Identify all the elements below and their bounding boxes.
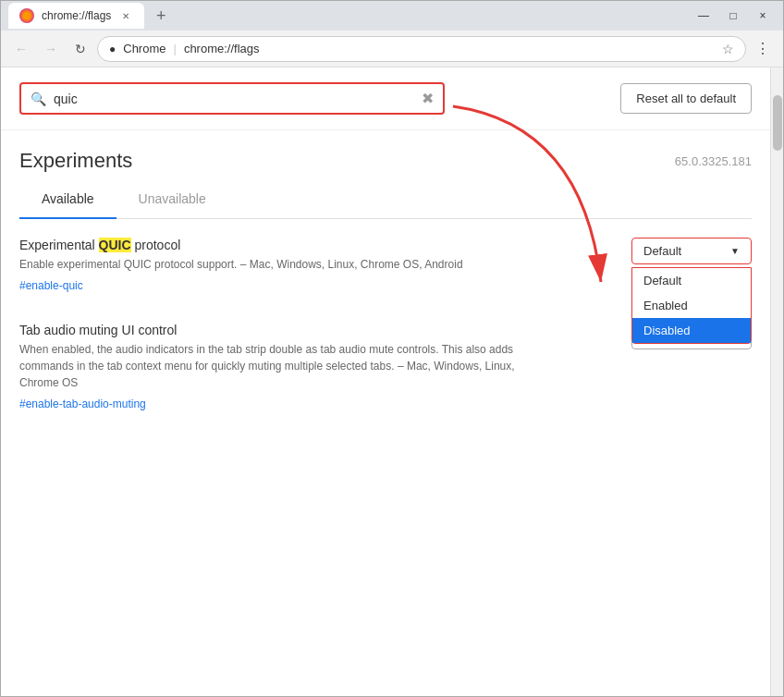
dropdown-arrow-icon: ▼ [730, 246, 740, 256]
active-tab[interactable]: chrome://flags ✕ [8, 3, 144, 29]
flag-quic-title-prefix: Experimental [19, 238, 99, 252]
back-button[interactable]: ← [8, 36, 34, 62]
flag-quic-dropdown[interactable]: Default ▼ [631, 238, 752, 264]
flag-tab-audio-title: Tab audio muting UI control [19, 323, 537, 337]
scrollbar-thumb[interactable] [773, 95, 782, 151]
flag-quic-title-suffix: protocol [131, 238, 181, 252]
address-brand: Chrome [123, 42, 165, 55]
dropdown-option-disabled[interactable]: Disabled [632, 318, 751, 343]
new-tab-button[interactable]: + [148, 3, 174, 29]
search-input[interactable]: quic [54, 92, 414, 106]
flag-tab-audio-info: Tab audio muting UI control When enabled… [19, 323, 537, 411]
close-button[interactable]: × [750, 6, 776, 25]
flag-tab-audio-title-text: Tab audio muting UI control [19, 323, 177, 337]
menu-button[interactable]: ⋮ [750, 36, 776, 62]
scrollbar[interactable] [770, 67, 783, 696]
dropdown-option-default[interactable]: Default [632, 268, 751, 293]
tabs-row: Available Unavailable [19, 180, 752, 219]
flags-list: Experimental QUIC protocol Enable experi… [1, 219, 770, 452]
maximize-button[interactable]: □ [720, 6, 746, 25]
flag-quic-title: Experimental QUIC protocol [19, 238, 537, 252]
flag-quic-desc: Enable experimental QUIC protocol suppor… [19, 256, 537, 273]
navigation-bar: ← → ↻ ● Chrome | chrome://flags ☆ ⋮ [1, 31, 783, 67]
address-separator: | [174, 42, 177, 55]
flag-quic-dropdown-value: Default [643, 244, 681, 258]
window-controls: — □ × [691, 6, 776, 25]
experiments-header: Experiments 65.0.3325.181 [1, 130, 770, 180]
flag-quic-dropdown-wrapper: Default ▼ Default Enabled Disabled [631, 238, 752, 264]
page-content: 🔍 quic ✖ Reset all to default Experiment… [1, 67, 783, 696]
forward-button[interactable]: → [38, 36, 64, 62]
flag-quic-info: Experimental QUIC protocol Enable experi… [19, 238, 537, 293]
flag-tab-audio-highlight: quic [211, 360, 231, 373]
page-title: Experiments [19, 149, 132, 173]
clear-search-icon[interactable]: ✖ [422, 90, 434, 107]
chrome-icon [19, 8, 34, 23]
search-area: 🔍 quic ✖ Reset all to default [1, 67, 770, 130]
dropdown-option-enabled[interactable]: Enabled [632, 293, 751, 318]
title-bar: chrome://flags ✕ + — □ × [1, 1, 783, 31]
flag-quic-link[interactable]: #enable-quic [19, 279, 83, 292]
tab-title: chrome://flags [42, 9, 111, 22]
reload-button[interactable]: ↻ [67, 36, 93, 62]
flag-tab-audio-link[interactable]: #enable-tab-audio-muting [19, 397, 146, 410]
bookmark-star-icon[interactable]: ☆ [722, 42, 734, 56]
search-icon: 🔍 [31, 92, 46, 106]
main-area: 🔍 quic ✖ Reset all to default Experiment… [1, 67, 770, 696]
address-bar[interactable]: ● Chrome | chrome://flags ☆ [97, 36, 746, 62]
tab-available[interactable]: Available [19, 180, 116, 219]
tab-close-button[interactable]: ✕ [118, 8, 133, 23]
flag-quic-highlight: QUIC [99, 238, 131, 252]
secure-icon: ● [109, 43, 116, 55]
tab-unavailable[interactable]: Unavailable [116, 180, 228, 218]
flag-tab-audio-desc: When enabled, the audio indicators in th… [19, 341, 537, 391]
flag-quic-dropdown-menu: Default Enabled Disabled [631, 267, 752, 344]
reset-all-button[interactable]: Reset all to default [620, 83, 752, 114]
address-url: chrome://flags [184, 42, 260, 55]
search-box: 🔍 quic ✖ [19, 82, 445, 115]
browser-window: chrome://flags ✕ + — □ × ← → ↻ ● Chrome … [0, 0, 784, 697]
flag-item-quic: Experimental QUIC protocol Enable experi… [19, 238, 752, 293]
version-label: 65.0.3325.181 [675, 154, 752, 168]
minimize-button[interactable]: — [691, 6, 717, 25]
